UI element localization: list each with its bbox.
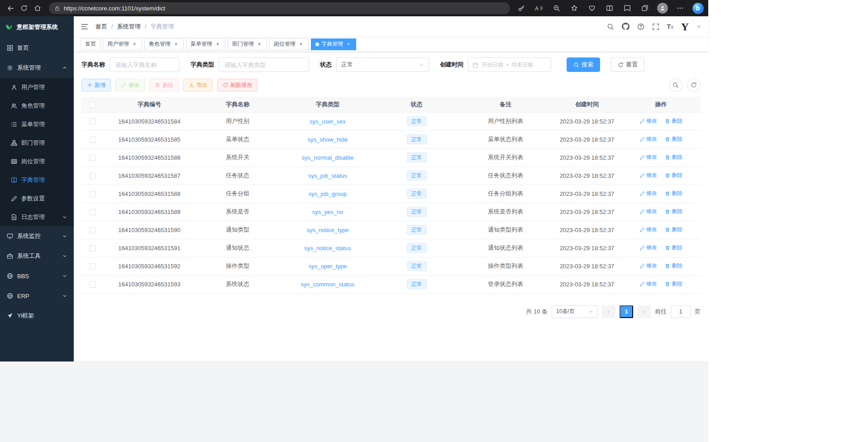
- row-delete-button[interactable]: 删除: [665, 153, 682, 161]
- dict-type-link[interactable]: sys_notice_status: [304, 245, 351, 252]
- tab-close-icon[interactable]: ×: [298, 41, 304, 48]
- sidebar-item-menus[interactable]: 菜单管理: [0, 115, 74, 133]
- row-edit-button[interactable]: 修改: [639, 262, 657, 270]
- password-key-icon[interactable]: [515, 2, 528, 14]
- dict-type-link[interactable]: sys_job_status: [308, 172, 347, 179]
- tab-close-icon[interactable]: ×: [256, 41, 262, 48]
- row-edit-button[interactable]: 修改: [639, 135, 657, 143]
- read-aloud-icon[interactable]: A: [532, 2, 546, 14]
- row-checkbox[interactable]: [90, 209, 96, 215]
- refresh-cache-button[interactable]: 刷新缓存: [217, 79, 258, 91]
- search-button[interactable]: 搜索: [567, 57, 600, 72]
- row-delete-button[interactable]: 删除: [665, 135, 682, 143]
- split-screen-icon[interactable]: [603, 2, 616, 14]
- current-page-button[interactable]: 1: [620, 305, 633, 318]
- row-edit-button[interactable]: 修改: [639, 153, 657, 161]
- row-delete-button[interactable]: 删除: [665, 117, 682, 125]
- dict-type-link[interactable]: sys_user_sex: [310, 118, 345, 125]
- tab-dict-active[interactable]: 字典管理×: [311, 38, 356, 50]
- header-search-icon[interactable]: [607, 23, 614, 30]
- dict-type-link[interactable]: sys_common_status: [301, 281, 355, 288]
- sidebar-item-monitor[interactable]: 系统监控: [0, 226, 74, 246]
- row-checkbox[interactable]: [90, 263, 96, 270]
- row-delete-button[interactable]: 删除: [665, 190, 682, 197]
- copilot-bing-icon[interactable]: b: [691, 2, 705, 14]
- dict-type-link[interactable]: sys_oper_type: [309, 263, 347, 270]
- sidebar-item-departments[interactable]: 部门管理: [0, 133, 74, 152]
- row-checkbox[interactable]: [90, 155, 96, 161]
- font-size-icon[interactable]: TT: [667, 24, 673, 30]
- refresh-table-icon[interactable]: [687, 78, 701, 92]
- tab-close-icon[interactable]: ×: [131, 41, 138, 48]
- dict-type-link[interactable]: sys_job_group: [309, 190, 347, 197]
- tab-departments[interactable]: 部门管理×: [228, 38, 267, 50]
- github-icon[interactable]: [622, 23, 630, 30]
- row-checkbox[interactable]: [90, 191, 96, 197]
- collections-icon[interactable]: [638, 2, 652, 14]
- user-avatar-logo[interactable]: Y: [681, 21, 689, 32]
- hamburger-icon[interactable]: [81, 23, 89, 31]
- tab-close-icon[interactable]: ×: [173, 41, 179, 48]
- row-checkbox[interactable]: [90, 281, 96, 288]
- favorites-icon[interactable]: [620, 2, 634, 14]
- add-favorite-icon[interactable]: [568, 2, 581, 14]
- browser-essentials-icon[interactable]: [585, 2, 599, 14]
- row-delete-button[interactable]: 删除: [665, 226, 682, 233]
- reset-button[interactable]: 重置: [611, 57, 644, 72]
- dict-type-link[interactable]: sys_notice_type: [306, 227, 348, 233]
- sidebar-item-params[interactable]: 参数设置: [0, 189, 74, 208]
- row-checkbox[interactable]: [90, 227, 96, 233]
- tab-home[interactable]: 首页: [81, 38, 100, 50]
- sidebar-item-bbs[interactable]: BBS: [0, 266, 74, 286]
- select-all-checkbox[interactable]: [90, 102, 96, 108]
- row-edit-button[interactable]: 修改: [639, 117, 657, 125]
- delete-button[interactable]: 删除: [149, 79, 179, 91]
- tab-close-icon[interactable]: ×: [215, 41, 221, 48]
- sidebar-item-yiframework[interactable]: Yi框架: [0, 306, 74, 326]
- dict-type-link[interactable]: sys_normal_disable: [302, 154, 354, 161]
- row-delete-button[interactable]: 删除: [665, 244, 682, 252]
- row-edit-button[interactable]: 修改: [639, 171, 657, 179]
- row-delete-button[interactable]: 删除: [665, 262, 682, 270]
- site-info-icon[interactable]: [54, 5, 60, 11]
- sidebar-item-roles[interactable]: 角色管理: [0, 96, 74, 115]
- edit-button[interactable]: 修改: [115, 79, 145, 91]
- dict-name-input[interactable]: [110, 57, 180, 72]
- browser-back-button[interactable]: [4, 2, 17, 14]
- browser-home-button[interactable]: [31, 2, 44, 14]
- sidebar-item-dict[interactable]: 字典管理: [0, 171, 74, 189]
- row-edit-button[interactable]: 修改: [639, 226, 657, 233]
- row-edit-button[interactable]: 修改: [639, 208, 657, 215]
- row-delete-button[interactable]: 删除: [665, 171, 682, 179]
- sidebar-item-posts[interactable]: 岗位管理: [0, 152, 74, 171]
- goto-page-input[interactable]: [671, 305, 691, 318]
- next-page-button[interactable]: ›: [637, 305, 651, 318]
- browser-address-bar[interactable]: https://ccnetcore.com:1101/system/dict: [49, 2, 510, 14]
- tab-posts[interactable]: 岗位管理×: [269, 38, 309, 50]
- sidebar-item-tools[interactable]: 系统工具: [0, 246, 74, 266]
- row-edit-button[interactable]: 修改: [639, 190, 657, 197]
- breadcrumb-home[interactable]: 首页: [95, 23, 107, 31]
- date-range-picker[interactable]: 开始日期 - 结束日期: [468, 57, 551, 72]
- row-delete-button[interactable]: 删除: [665, 208, 682, 215]
- row-checkbox[interactable]: [90, 119, 96, 125]
- toggle-search-icon[interactable]: [669, 78, 682, 92]
- breadcrumb-system[interactable]: 系统管理: [117, 23, 141, 31]
- dict-type-input[interactable]: [219, 57, 309, 72]
- dict-type-link[interactable]: sys_yes_no: [312, 209, 343, 215]
- profile-avatar[interactable]: [656, 2, 669, 14]
- help-icon[interactable]: [637, 23, 644, 30]
- page-size-select[interactable]: 10条/页: [552, 305, 598, 318]
- settings-more-icon[interactable]: [673, 2, 687, 14]
- tab-roles[interactable]: 角色管理×: [144, 38, 184, 50]
- prev-page-button[interactable]: ‹: [602, 305, 615, 318]
- browser-refresh-button[interactable]: [17, 2, 31, 14]
- sidebar-item-system[interactable]: 系统管理: [0, 58, 74, 78]
- export-button[interactable]: 导出: [183, 79, 213, 91]
- tab-users[interactable]: 用户管理×: [103, 38, 142, 50]
- dict-type-link[interactable]: sys_show_hide: [308, 136, 348, 143]
- sidebar-item-users[interactable]: 用户管理: [0, 78, 74, 96]
- sidebar-item-home[interactable]: 首页: [0, 38, 74, 58]
- row-edit-button[interactable]: 修改: [639, 280, 657, 288]
- zoom-out-icon[interactable]: [550, 2, 563, 14]
